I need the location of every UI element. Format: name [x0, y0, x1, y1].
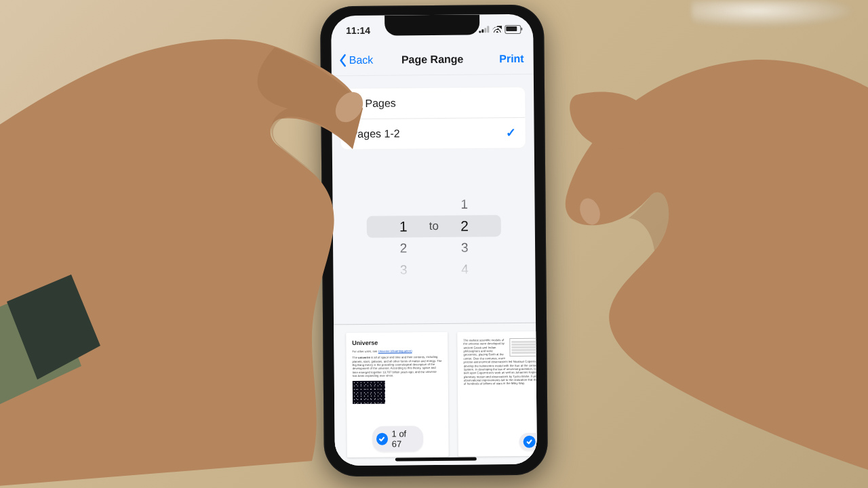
picker-value[interactable]: 4	[451, 258, 478, 280]
left-hand	[0, 0, 393, 488]
picker-separator: to	[429, 220, 439, 233]
picker-from-wheel[interactable]: 1234	[389, 172, 417, 281]
home-indicator[interactable]	[395, 457, 477, 461]
picker-value[interactable]: 1	[390, 216, 417, 237]
page-title: Page Range	[401, 54, 464, 66]
cellular-icon	[479, 26, 490, 33]
preview-1-label: 1 of 67	[391, 428, 416, 449]
picker-value[interactable]: 3	[390, 259, 417, 281]
picker-value[interactable]: 1	[450, 193, 477, 215]
picker-value[interactable]: 2	[390, 237, 417, 259]
picker-to-wheel[interactable]: 12345	[450, 171, 478, 280]
right-hand	[495, 14, 868, 488]
picker-value[interactable]: 2	[451, 215, 478, 237]
picker-value[interactable]: 3	[451, 237, 478, 258]
phone-notch	[384, 14, 479, 35]
